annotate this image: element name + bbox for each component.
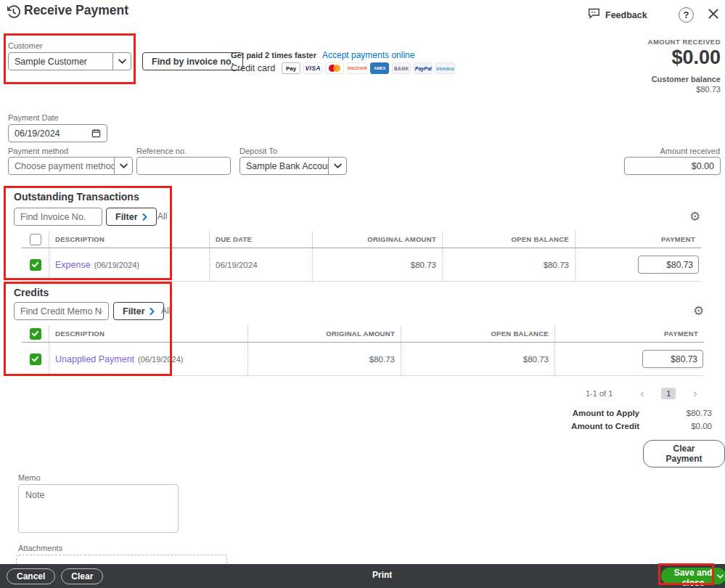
reference-no-label: Reference no.: [136, 147, 187, 155]
feedback-label: Feedback: [605, 10, 647, 20]
credits-table: DESCRIPTION ORIGINAL AMOUNT OPEN BALANCE…: [22, 325, 704, 376]
applepay-icon: Pay: [282, 62, 300, 74]
deposit-to-value: Sample Bank Account: [240, 158, 328, 174]
find-invoice-input[interactable]: [14, 208, 102, 226]
help-glyph: ?: [684, 9, 689, 20]
credits-all-label[interactable]: All: [161, 306, 171, 316]
gear-icon[interactable]: ⚙: [693, 305, 704, 317]
amount-to-credit-label: Amount to Credit: [567, 422, 639, 430]
filter-label: Filter: [115, 212, 138, 222]
promo-headline: Get paid 2 times faster: [231, 51, 316, 60]
page-title: Receive Payment: [24, 3, 128, 18]
amount-received-total: $0.00: [576, 46, 721, 69]
row-checkbox[interactable]: [30, 259, 41, 271]
payment-date-input[interactable]: 06/19/2024: [8, 124, 107, 142]
find-credit-memo-input[interactable]: [14, 302, 109, 320]
customer-balance-label: Customer balance: [576, 75, 721, 83]
amount-received-heading: AMOUNT RECEIVED: [576, 38, 721, 46]
payment-method-value: Choose payment method: [9, 158, 114, 174]
customer-label: Customer: [8, 41, 43, 50]
outstanding-table: DESCRIPTION DUE DATE ORIGINAL AMOUNT OPE…: [22, 231, 701, 282]
feedback-icon: [588, 8, 600, 22]
original-amount-cell: $80.73: [313, 248, 443, 281]
outstanding-table-header: DESCRIPTION DUE DATE ORIGINAL AMOUNT OPE…: [22, 231, 701, 248]
payment-method-label: Payment method: [8, 147, 68, 155]
memo-label: Memo: [18, 473, 41, 482]
open-balance-cell: $80.73: [401, 343, 555, 375]
credits-title: Credits: [14, 287, 49, 298]
select-all-checkbox[interactable]: [30, 328, 41, 340]
bank-icon: BANK: [392, 62, 411, 74]
deposit-to-dropdown[interactable]: Sample Bank Account: [239, 157, 347, 175]
transaction-link[interactable]: Expense: [55, 260, 91, 270]
current-page-button[interactable]: 1: [661, 388, 676, 399]
original-amount-cell: $80.73: [248, 343, 401, 375]
col-payment: PAYMENT: [576, 231, 701, 248]
amount-received-field-label: Amount received: [660, 147, 720, 155]
discover-icon: DISCOVER: [347, 62, 367, 74]
amount-to-apply-value: $80.73: [639, 409, 712, 417]
feedback-button[interactable]: Feedback: [588, 8, 647, 22]
clear-payment-button[interactable]: Clear Payment: [643, 440, 725, 467]
outstanding-title: Outstanding Transactions: [14, 191, 139, 203]
credit-link[interactable]: Unapplied Payment: [55, 354, 134, 364]
table-row: Expense (06/19/2024) 06/19/2024 $80.73 $…: [22, 248, 701, 282]
select-all-checkbox[interactable]: [30, 234, 41, 245]
prev-page-icon[interactable]: ‹: [640, 387, 644, 399]
col-original-amount: ORIGINAL AMOUNT: [248, 325, 401, 342]
due-date-cell: 06/19/2024: [210, 248, 313, 281]
filter-label: Filter: [123, 306, 145, 317]
payment-input[interactable]: [638, 256, 699, 274]
chevron-down-icon: [114, 158, 132, 174]
table-row: Unapplied Payment (06/19/2024) $80.73 $8…: [22, 343, 704, 376]
venmo-icon: venmo: [435, 62, 455, 74]
chevron-right-icon: [149, 308, 155, 315]
payment-input[interactable]: [642, 350, 703, 368]
mastercard-icon: [325, 62, 344, 74]
receive-payment-page: Receive Payment Feedback ? Customer Samp…: [0, 0, 725, 588]
calendar-icon: [91, 125, 107, 142]
customer-value: Sample Customer: [9, 53, 112, 70]
next-page-icon[interactable]: ›: [693, 387, 697, 399]
outstanding-all-label[interactable]: All: [157, 211, 167, 221]
outstanding-filter-button[interactable]: Filter: [106, 208, 157, 226]
chevron-down-icon: [112, 53, 131, 70]
deposit-to-label: Deposit To: [239, 147, 277, 155]
col-open-balance: OPEN BALANCE: [443, 231, 576, 248]
payment-method-dropdown[interactable]: Choose payment method: [8, 157, 133, 175]
payment-date-value: 06/19/2024: [9, 125, 91, 142]
help-icon[interactable]: ?: [679, 7, 694, 23]
col-original-amount: ORIGINAL AMOUNT: [313, 231, 443, 248]
amount-to-credit-value: $0.00: [639, 422, 712, 430]
cancel-button[interactable]: Cancel: [7, 568, 55, 584]
col-description: DESCRIPTION: [49, 325, 248, 342]
clear-button[interactable]: Clear: [61, 568, 103, 584]
amount-received-input[interactable]: [624, 157, 721, 175]
gear-icon[interactable]: ⚙: [689, 211, 700, 223]
reference-no-input[interactable]: [136, 157, 231, 175]
chevron-down-icon: [328, 158, 346, 174]
visa-icon: VISA: [303, 62, 322, 74]
customer-dropdown[interactable]: Sample Customer: [8, 52, 131, 70]
credit-card-label: Credit card: [231, 63, 275, 73]
col-payment: PAYMENT: [555, 325, 704, 342]
print-button[interactable]: Print: [372, 570, 392, 580]
open-balance-cell: $80.73: [443, 248, 576, 281]
accept-payments-link[interactable]: Accept payments online: [322, 50, 414, 60]
history-icon[interactable]: [6, 4, 21, 23]
row-checkbox[interactable]: [30, 354, 41, 365]
col-due-date: DUE DATE: [210, 231, 313, 248]
close-icon[interactable]: [707, 7, 720, 23]
footer-bar: Cancel Clear Print Save and close: [0, 564, 725, 588]
payment-date-label: Payment Date: [8, 113, 59, 122]
save-options-chevron-icon[interactable]: [715, 568, 725, 584]
memo-textarea[interactable]: [18, 484, 179, 533]
credits-filter-button[interactable]: Filter: [113, 302, 164, 320]
customer-balance-value: $80.73: [576, 85, 721, 94]
payment-method-badges: Pay VISA DISCOVER AMEX BANK PayPal venmo: [282, 62, 455, 74]
attachments-label: Attachments: [18, 544, 62, 552]
amex-icon: AMEX: [370, 62, 389, 74]
transaction-date: (06/19/2024): [94, 261, 139, 269]
col-open-balance: OPEN BALANCE: [401, 325, 555, 342]
find-by-invoice-button[interactable]: Find by invoice no.: [142, 52, 243, 70]
